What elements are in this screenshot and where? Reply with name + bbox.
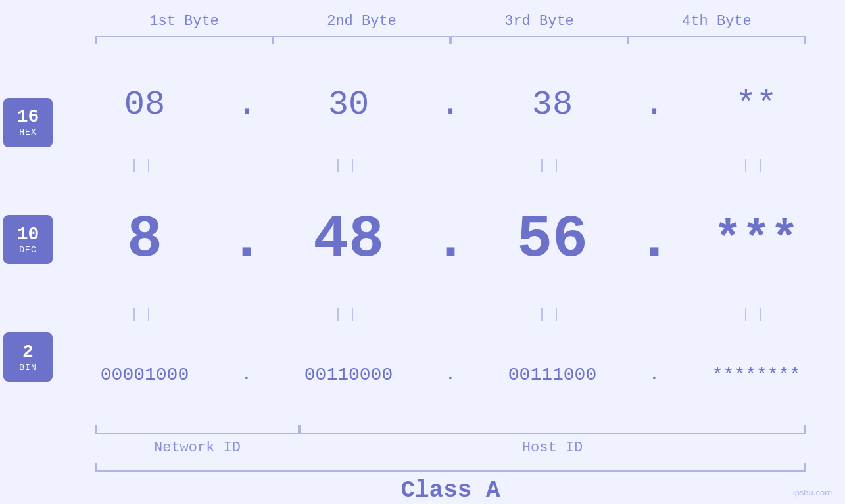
dec-byte4-value: *** (713, 213, 799, 267)
network-id-label: Network ID (95, 440, 299, 456)
hex-dot1: . (236, 88, 256, 122)
dec-byte1-value: 8 (127, 206, 162, 273)
dec-byte2-cell: 48 (260, 206, 437, 273)
dec-dot3: . (637, 211, 672, 270)
top-brackets (95, 36, 845, 44)
badge-bin-number: 2 (22, 342, 34, 363)
bin-byte3-value: 00111000 (508, 365, 596, 385)
watermark: ipshu.com (793, 488, 832, 497)
bin-dot3: . (649, 365, 660, 384)
hex-byte1-cell: 08 (56, 85, 233, 124)
bin-row: 00001000 . 00110000 . 00111000 . (56, 327, 845, 423)
bracket-byte2 (273, 36, 450, 44)
badge-hex: 16 HEX (3, 98, 53, 147)
hex-byte3-value: 38 (532, 85, 573, 124)
equals-row-2: || || || || (56, 302, 845, 327)
dec-byte4-cell: *** (667, 213, 845, 267)
network-bottom-bracket (95, 425, 299, 434)
badge-dec-number: 10 (17, 225, 39, 245)
badges-column: 16 HEX 10 DEC 2 BIN (0, 57, 56, 423)
hex-byte2-cell: 30 (260, 85, 437, 124)
badge-dec-label: DEC (19, 245, 36, 255)
bin-byte2-value: 00110000 (304, 365, 393, 385)
hex-dot3: . (644, 88, 664, 122)
bin-byte4-cell: ******** (667, 365, 845, 385)
dec-dot2: . (433, 211, 468, 270)
byte1-header: 1st Byte (95, 13, 273, 30)
hex-byte2-value: 30 (328, 85, 369, 124)
badge-bin-label: BIN (19, 363, 36, 373)
bottom-brackets (95, 425, 845, 434)
eq1-byte3: || (464, 158, 641, 173)
bracket-byte3 (450, 36, 628, 44)
hex-row: 08 . 30 . 38 . ** (56, 57, 845, 152)
eq2-byte4: || (667, 307, 845, 322)
badge-hex-label: HEX (19, 127, 36, 137)
bin-dot1: . (241, 365, 253, 384)
dec-row: 8 . 48 . 56 . *** (56, 177, 845, 302)
bin-byte1-value: 00001000 (101, 365, 189, 385)
dec-byte2-value: 48 (313, 206, 384, 273)
main-container: 1st Byte 2nd Byte 3rd Byte 4th Byte 16 H… (0, 0, 845, 504)
hex-dot2: . (440, 88, 460, 122)
host-id-label: Host ID (299, 440, 806, 456)
bracket-byte1 (95, 36, 273, 44)
class-label: Class A (400, 477, 500, 504)
hex-byte4-value: ** (736, 85, 777, 124)
bin-byte4-value: ******** (712, 365, 800, 385)
hex-byte4-cell: ** (667, 85, 845, 124)
bin-byte3-cell: 00111000 (464, 365, 641, 385)
dec-byte3-value: 56 (517, 206, 588, 273)
bottom-section: Network ID Host ID Class A (95, 425, 845, 504)
eq1-byte2: || (260, 158, 437, 173)
equals-row-1: || || || || (56, 152, 845, 177)
host-bottom-bracket (299, 425, 806, 434)
byte3-header: 3rd Byte (450, 13, 628, 30)
eq2-byte3: || (464, 307, 641, 322)
hex-byte3-cell: 38 (464, 85, 641, 124)
dec-byte1-cell: 8 (56, 206, 233, 273)
byte-headers: 1st Byte 2nd Byte 3rd Byte 4th Byte (95, 13, 845, 30)
badge-dec: 10 DEC (3, 215, 53, 264)
eq2-byte2: || (260, 307, 437, 322)
eq1-byte4: || (667, 158, 845, 173)
class-label-container: Class A (95, 477, 806, 504)
dec-dot1: . (229, 211, 264, 270)
bin-byte2-cell: 00110000 (260, 365, 437, 385)
bin-dot2: . (445, 365, 456, 384)
byte4-header: 4th Byte (628, 13, 806, 30)
dec-byte3-cell: 56 (464, 206, 641, 273)
id-labels: Network ID Host ID (95, 440, 845, 456)
eq1-byte1: || (56, 158, 233, 173)
badge-bin: 2 BIN (3, 332, 53, 382)
byte2-header: 2nd Byte (273, 13, 450, 30)
data-grid: 08 . 30 . 38 . ** (56, 57, 845, 423)
class-bracket (95, 463, 806, 472)
bracket-byte4 (628, 36, 806, 44)
bin-byte1-cell: 00001000 (56, 365, 233, 385)
eq2-byte1: || (56, 307, 233, 322)
hex-byte1-value: 08 (124, 85, 165, 124)
badge-hex-number: 16 (17, 107, 39, 127)
